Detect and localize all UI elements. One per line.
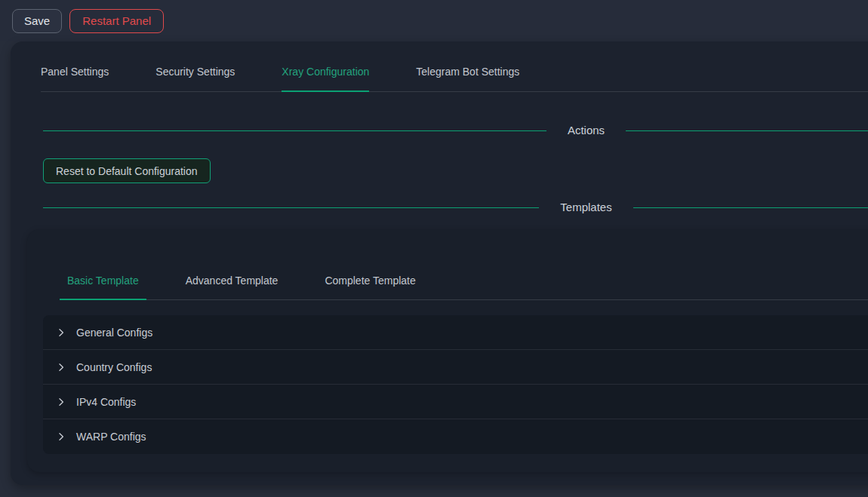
divider-line <box>633 207 868 208</box>
tab-advanced-template[interactable]: Advanced Template <box>178 273 286 299</box>
tab-telegram-bot-settings[interactable]: Telegram Bot Settings <box>416 64 519 91</box>
topbar: Save Restart Panel <box>0 0 868 41</box>
actions-divider-label: Actions <box>568 122 605 139</box>
save-button[interactable]: Save <box>12 9 62 33</box>
collapse-label: IPv4 Configs <box>76 396 136 408</box>
collapse-general-configs[interactable]: General Configs <box>43 315 868 350</box>
divider-line <box>43 130 546 131</box>
chevron-right-icon <box>57 397 66 406</box>
settings-card: Panel Settings Security Settings Xray Co… <box>11 41 868 485</box>
chevron-right-icon <box>57 363 66 372</box>
templates-divider-label: Templates <box>560 199 611 216</box>
chevron-right-icon <box>57 432 66 441</box>
template-tab-bar: Basic Template Advanced Template Complet… <box>60 229 868 300</box>
collapse-warp-configs[interactable]: WARP Configs <box>43 419 868 454</box>
divider-line <box>626 130 868 131</box>
tab-xray-configuration[interactable]: Xray Configuration <box>282 64 369 92</box>
collapse-ipv4-configs[interactable]: IPv4 Configs <box>43 385 868 419</box>
collapse-country-configs[interactable]: Country Configs <box>43 350 868 385</box>
tab-security-settings[interactable]: Security Settings <box>155 64 235 91</box>
tab-basic-template[interactable]: Basic Template <box>60 273 146 300</box>
reset-to-default-button[interactable]: Reset to Default Configuration <box>43 158 211 183</box>
settings-tab-bar: Panel Settings Security Settings Xray Co… <box>41 41 868 92</box>
templates-divider: Templates <box>11 199 868 216</box>
restart-panel-button[interactable]: Restart Panel <box>69 9 164 33</box>
actions-divider: Actions <box>11 122 868 139</box>
chevron-right-icon <box>57 328 66 337</box>
tab-panel-settings[interactable]: Panel Settings <box>41 64 109 91</box>
tab-complete-template[interactable]: Complete Template <box>317 273 423 299</box>
collapse-label: WARP Configs <box>76 431 146 443</box>
collapse-label: Country Configs <box>76 361 152 373</box>
divider-line <box>43 207 539 208</box>
templates-card: Basic Template Advanced Template Complet… <box>27 229 868 472</box>
collapse-label: General Configs <box>76 327 152 339</box>
config-collapse-list: General Configs Country Configs IPv4 Con… <box>43 315 868 454</box>
